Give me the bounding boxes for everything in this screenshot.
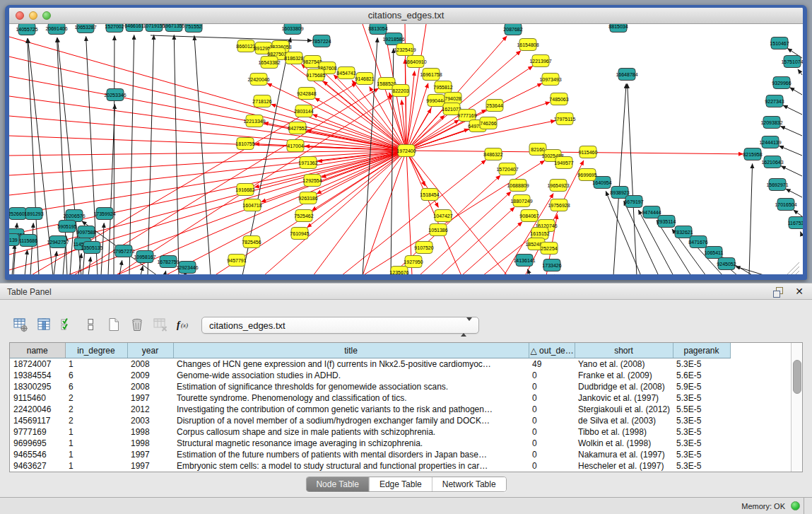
table-cell[interactable]: 2008 — [127, 381, 173, 392]
table-row[interactable]: 946362711997Embryonic stem cells: a mode… — [10, 460, 730, 472]
table-cell[interactable]: Genome-wide association studies in ADHD. — [173, 370, 529, 381]
graph-node[interactable]: 1115686 — [19, 235, 37, 247]
graph-edge[interactable] — [9, 151, 406, 215]
table-cell[interactable]: 0 — [529, 438, 575, 449]
table-cell[interactable]: 2 — [65, 404, 127, 415]
graph-node[interactable]: 39139 — [9, 234, 19, 246]
table-row[interactable]: 1872400712008Changes of HCN gene express… — [10, 358, 730, 370]
graph-node[interactable]: 16961758 — [420, 69, 442, 81]
graph-node[interactable]: 16543382 — [258, 57, 280, 69]
graph-node[interactable]: 14055725 — [16, 24, 37, 35]
graph-node[interactable]: 20691406 — [45, 24, 67, 35]
graph-node[interactable]: 12942757 — [47, 236, 69, 248]
table-cell[interactable]: 14569117 — [10, 415, 65, 426]
table-cell[interactable]: Investigating the contribution of common… — [173, 404, 529, 415]
graph-node[interactable]: 1051386 — [428, 224, 447, 236]
tab-node-table[interactable]: Node Table — [306, 477, 369, 491]
table-row[interactable]: 1830029562008Estimation of significance … — [10, 381, 730, 392]
graph-node[interactable]: 1810755 — [235, 138, 254, 150]
table-cell[interactable]: 2012 — [127, 404, 173, 415]
graph-node[interactable]: 794028 — [445, 93, 461, 105]
graph-node[interactable]: 8486322 — [483, 148, 502, 160]
table-cell[interactable]: 5.3E-5 — [673, 392, 730, 404]
graph-node[interactable]: 1292554 — [302, 175, 322, 187]
graph-node[interactable]: 2718126 — [252, 95, 271, 107]
graph-node[interactable]: 7485063 — [549, 93, 568, 105]
graph-node[interactable]: 1065411 — [705, 247, 724, 259]
table-cell[interactable]: Nakamura et al. (1997) — [575, 449, 673, 460]
graph-node[interactable]: 9097588 — [76, 226, 95, 238]
graph-edge[interactable] — [783, 105, 802, 115]
graph-node[interactable]: 9990444 — [426, 95, 445, 107]
table-cell[interactable]: 0 — [529, 460, 575, 472]
table-row[interactable]: 2242004622012Investigating the contribut… — [10, 404, 730, 415]
graph-node[interactable]: 8215958 — [743, 148, 762, 160]
graph-edge[interactable] — [790, 88, 802, 95]
graph-node[interactable]: 16640910 — [404, 56, 426, 68]
table-cell[interactable]: 0 — [529, 381, 575, 392]
graph-node[interactable]: 10688809 — [507, 180, 529, 192]
graph-node[interactable]: 1971362 — [298, 157, 317, 169]
graph-node[interactable]: 1518454 — [420, 189, 439, 201]
graph-node[interactable]: 19671355 — [163, 24, 184, 32]
table-cell[interactable]: Estimation of the future numbers of pati… — [173, 449, 529, 460]
table-cell[interactable]: 5.3E-5 — [673, 415, 730, 426]
graph-node[interactable]: 8186328 — [284, 52, 303, 64]
graph-node[interactable]: 9457791 — [227, 255, 246, 267]
graph-node[interactable]: 746266 — [480, 117, 497, 129]
table-cell[interactable]: 5.3E-5 — [673, 426, 730, 438]
graph-node[interactable]: 9263186 — [298, 192, 317, 204]
table-row[interactable]: 1938455462009Genome-wide association stu… — [10, 370, 730, 381]
delete-table-icon[interactable] — [151, 315, 170, 334]
graph-node[interactable]: 1604718 — [242, 199, 261, 211]
create-column-icon[interactable] — [105, 315, 123, 334]
table-cell[interactable]: Embryonic stem cells: a model to study s… — [173, 460, 529, 472]
table-cell[interactable]: 0 — [529, 392, 575, 404]
table-cell[interactable]: 0 — [529, 370, 575, 381]
scrollbar-thumb[interactable] — [793, 360, 801, 394]
close-panel-icon[interactable]: ✕ — [795, 286, 804, 297]
graph-node[interactable]: 1047427 — [433, 210, 452, 222]
graph-node[interactable]: 822203 — [392, 85, 409, 97]
graph-edge[interactable] — [786, 189, 802, 197]
graph-edge[interactable] — [781, 166, 802, 176]
table-cell[interactable]: 1997 — [127, 460, 173, 472]
table-cell[interactable]: 1 — [65, 426, 127, 438]
graph-edge[interactable] — [528, 269, 530, 274]
table-cell[interactable]: 1 — [65, 449, 127, 460]
graph-node[interactable]: 16210643 — [761, 156, 783, 168]
table-cell[interactable]: de Silva et al. (2003) — [575, 415, 673, 426]
graph-node[interactable]: 7857224 — [312, 35, 331, 47]
graph-node[interactable]: 17016504 — [775, 199, 796, 211]
table-cell[interactable]: Structural magnetic resonance image aver… — [173, 438, 529, 449]
graph-edge[interactable] — [736, 267, 766, 274]
graph-node[interactable]: 12213349 — [243, 115, 265, 127]
graph-node[interactable]: 2087682 — [503, 24, 522, 35]
graph-node[interactable]: 14136141 — [513, 255, 535, 267]
table-cell[interactable]: Tourette syndrome. Phenomenology and cla… — [173, 392, 529, 404]
graph-node[interactable]: 7825456 — [242, 236, 261, 248]
tab-network-table[interactable]: Network Table — [432, 477, 506, 491]
graph-edge[interactable] — [115, 151, 406, 274]
graph-node[interactable]: 6679197 — [624, 196, 643, 208]
table-cell[interactable]: 1 — [65, 460, 127, 472]
graph-node[interactable]: 18807249 — [510, 195, 532, 207]
show-columns-icon[interactable] — [35, 315, 53, 334]
canvas-resize-grip[interactable] — [787, 262, 799, 274]
table-cell[interactable]: 5.5E-5 — [673, 404, 730, 415]
table-cell[interactable]: 9699695 — [10, 438, 65, 449]
graph-edge[interactable] — [406, 151, 507, 274]
graph-node[interactable]: 20253346 — [104, 89, 126, 101]
graph-node[interactable]: 12325419 — [394, 44, 416, 56]
table-cell[interactable]: 9465546 — [10, 449, 65, 460]
table-row[interactable]: 1456911722003Disruption of a novel membe… — [10, 415, 730, 426]
graph-node[interactable]: 12923446 — [176, 262, 198, 274]
table-cell[interactable]: 6 — [65, 370, 127, 381]
graph-node[interactable]: 10653287 — [74, 24, 96, 33]
graph-node[interactable]: 7525462 — [294, 210, 313, 222]
graph-node[interactable]: 252254 — [541, 243, 558, 255]
graph-node[interactable]: 9115460 — [579, 146, 598, 158]
table-cell[interactable]: Franke et al. (2009) — [575, 370, 673, 381]
graph-node[interactable]: 10958167 — [134, 251, 155, 263]
table-cell[interactable]: 49 — [529, 358, 575, 370]
